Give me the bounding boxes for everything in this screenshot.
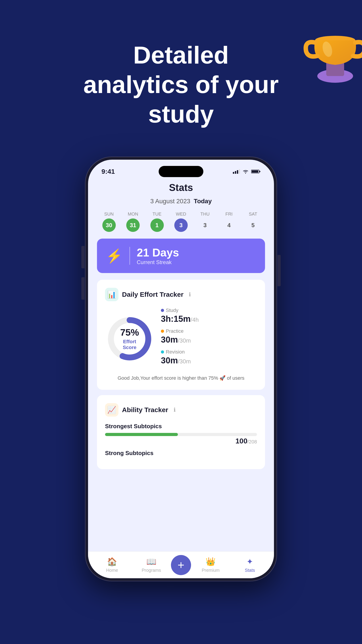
strongest-subtopics-section: Strongest Subtopics 100/208	[105, 423, 257, 445]
status-icons	[233, 169, 261, 174]
nav-premium[interactable]: 👑 Premium	[191, 557, 230, 573]
ability-tracker-card: 📈 Ability Tracker ℹ Strongest Subtopics …	[97, 395, 265, 469]
dynamic-island	[159, 166, 203, 177]
nav-home[interactable]: 🏠 Home	[92, 557, 132, 573]
premium-icon: 👑	[206, 557, 216, 566]
battery-icon	[251, 169, 261, 174]
strong-subtopics-section: Strong Subtopics	[105, 450, 257, 456]
effort-message: Good Job,Your effort score is higher tha…	[105, 374, 257, 382]
streak-divider	[129, 247, 130, 265]
svg-rect-6	[237, 170, 238, 174]
svg-rect-5	[235, 171, 236, 174]
phone-mockup: 9:41	[85, 156, 277, 582]
strongest-progress-bar	[105, 433, 257, 436]
wifi-icon	[243, 169, 249, 174]
svg-rect-4	[233, 172, 234, 174]
headline: Detailed analytics of your study	[0, 40, 362, 129]
cal-day-sun: SUN 30	[102, 212, 116, 232]
card-header-effort: 📊 Daily Effort Tracker ℹ	[105, 288, 257, 301]
date-label: 3 August 2023 Today	[97, 198, 265, 205]
streak-banner[interactable]: ⚡ 21 Days Current Streak	[97, 238, 265, 273]
nav-stats[interactable]: ✦ Stats	[230, 557, 270, 573]
home-icon: 🏠	[107, 557, 117, 566]
strongest-progress-fill	[105, 433, 178, 436]
svg-rect-7	[239, 169, 240, 174]
bottom-nav: 🏠 Home 📖 Programs + 👑 Premium ✦ Stats	[88, 552, 274, 578]
strongest-score: 100/208	[105, 437, 257, 445]
cal-day-sat: SAT 5	[246, 212, 260, 232]
daily-effort-card: 📊 Daily Effort Tracker ℹ 75%	[97, 280, 265, 390]
page-title: Stats	[97, 182, 265, 193]
cal-day-thu: THU 3	[198, 212, 212, 232]
nav-programs[interactable]: 📖 Programs	[132, 557, 171, 573]
programs-icon: 📖	[146, 557, 156, 566]
effort-stats: Study 3h:15m/4h Practice	[161, 308, 257, 370]
effort-body: 75% Effort Score Study	[105, 308, 257, 370]
donut-chart: 75% Effort Score	[105, 314, 154, 363]
svg-rect-10	[252, 170, 258, 173]
lightning-icon: ⚡	[106, 248, 123, 264]
info-icon: ℹ	[189, 291, 191, 298]
ability-card-icon: 📈	[105, 403, 118, 416]
cal-day-tue: TUE 1	[150, 212, 164, 232]
status-time: 9:41	[101, 168, 115, 175]
effort-revision-row: Revision 30m/30m	[161, 349, 257, 366]
effort-card-icon: 📊	[105, 288, 118, 301]
svg-rect-9	[259, 171, 260, 172]
screen-content: Stats 3 August 2023 Today SUN 30 MON 31	[88, 182, 274, 552]
donut-center: 75% Effort Score	[117, 327, 142, 350]
stats-icon: ✦	[247, 557, 253, 566]
cal-day-wed: WED 3	[174, 212, 188, 232]
calendar-week: SUN 30 MON 31 TUE 1 WED 3	[97, 212, 265, 232]
streak-text: 21 Days Current Streak	[137, 246, 179, 266]
card-header-ability: 📈 Ability Tracker ℹ	[105, 403, 257, 416]
add-button[interactable]: +	[171, 555, 191, 575]
effort-practice-row: Practice 30m/30m	[161, 328, 257, 344]
cal-day-mon: MON 31	[126, 212, 140, 232]
effort-study-row: Study 3h:15m/4h	[161, 308, 257, 324]
cal-day-fri: FRI 4	[222, 212, 236, 232]
signal-icon	[233, 169, 240, 174]
ability-info-icon: ℹ	[174, 407, 176, 413]
